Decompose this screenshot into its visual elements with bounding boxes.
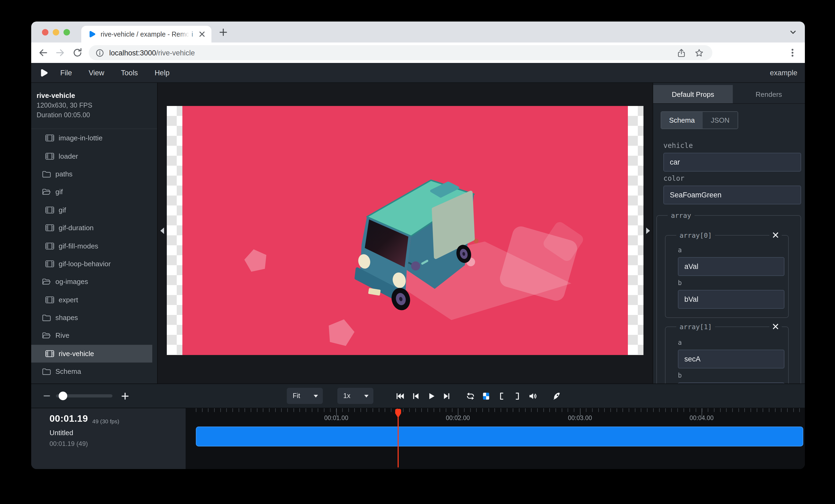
new-tab-button[interactable] bbox=[219, 28, 228, 37]
zoom-slider-knob[interactable] bbox=[59, 392, 67, 400]
sidebar-item-gif-loop-behavior[interactable]: gif-loop-behavior bbox=[31, 255, 157, 273]
composition-label: gif bbox=[59, 206, 66, 214]
sidebar-item-Schema[interactable]: Schema bbox=[31, 362, 157, 381]
array0-a-input[interactable] bbox=[678, 257, 785, 276]
fit-dropdown[interactable]: Fit bbox=[287, 388, 323, 404]
menu-view[interactable]: View bbox=[89, 68, 104, 77]
sidebar-item-gif[interactable]: gif bbox=[31, 183, 157, 201]
share-icon[interactable] bbox=[677, 48, 686, 57]
film-icon bbox=[45, 206, 54, 214]
url-text[interactable]: localhost:3000/rive-vehicle bbox=[109, 49, 677, 57]
reload-button[interactable] bbox=[72, 47, 83, 58]
composition-label: expert bbox=[59, 296, 78, 303]
skip-to-start-button[interactable] bbox=[395, 391, 405, 400]
volume-button[interactable] bbox=[528, 391, 537, 400]
tab-overflow-chevron-icon[interactable] bbox=[789, 28, 797, 36]
decor-pentagon-bottom bbox=[325, 316, 357, 347]
zoom-out-icon[interactable] bbox=[43, 392, 50, 400]
current-frame-display: 49 (30 fps) bbox=[92, 418, 119, 424]
project-duration: Duration 00:05.00 bbox=[37, 110, 152, 120]
tab-close-icon[interactable] bbox=[198, 30, 206, 38]
sidebar-item-gif[interactable]: gif bbox=[31, 201, 157, 219]
composition-label: gif-fill-modes bbox=[59, 242, 98, 250]
transparency-checker-left bbox=[167, 106, 182, 355]
canvas-zoom-control bbox=[43, 384, 129, 408]
remove-array-item-1-icon[interactable] bbox=[769, 322, 782, 331]
back-button[interactable] bbox=[38, 47, 48, 58]
transparency-checkerboard-toggle[interactable] bbox=[482, 391, 491, 400]
transport-controls: Fit 1x bbox=[287, 384, 561, 408]
toggle-json[interactable]: JSON bbox=[702, 112, 738, 129]
decor-pentagon-left bbox=[243, 247, 269, 272]
next-frame-button[interactable] bbox=[442, 391, 451, 400]
site-info-icon[interactable] bbox=[96, 49, 104, 57]
collapse-panel-arrow[interactable] bbox=[646, 228, 650, 234]
address-bar[interactable]: localhost:3000/rive-vehicle bbox=[89, 45, 712, 60]
ruler-time-label: 00:03.00 bbox=[568, 415, 592, 421]
sidebar-item-gif-duration[interactable]: gif-duration bbox=[31, 219, 157, 237]
playback-toolbar: Fit 1x bbox=[31, 383, 805, 408]
color-input[interactable] bbox=[664, 186, 801, 204]
tab-default-props[interactable]: Default Props bbox=[653, 85, 733, 103]
collapse-sidebar-arrow[interactable] bbox=[160, 228, 164, 234]
composition-label: og-images bbox=[56, 278, 88, 286]
toggle-schema[interactable]: Schema bbox=[661, 112, 702, 129]
sidebar-item-gif-fill-modes[interactable]: gif-fill-modes bbox=[31, 237, 157, 255]
composition-label: paths bbox=[56, 170, 73, 178]
zoom-slider[interactable] bbox=[56, 394, 113, 398]
tab-renders[interactable]: Renders bbox=[733, 85, 805, 103]
previous-frame-button[interactable] bbox=[411, 391, 420, 400]
play-button[interactable] bbox=[427, 391, 436, 400]
menu-file[interactable]: File bbox=[60, 68, 72, 77]
vehicle-input[interactable] bbox=[664, 153, 801, 172]
sidebar-item-expert[interactable]: expert bbox=[31, 291, 157, 309]
vehicle-scene bbox=[182, 106, 628, 355]
folder-open-icon bbox=[42, 278, 51, 286]
composition-label: rive-vehicle bbox=[59, 350, 94, 358]
sidebar-item-paths[interactable]: paths bbox=[31, 165, 157, 183]
menu-tools[interactable]: Tools bbox=[121, 68, 138, 77]
minimize-window-button[interactable] bbox=[53, 29, 59, 36]
folder-open-icon bbox=[42, 188, 51, 196]
timeline-track-bar[interactable] bbox=[196, 426, 803, 446]
timeline-content: 00:01.0000:02.0000:03.0000:04.00 bbox=[186, 408, 805, 469]
remove-array-item-0-icon[interactable] bbox=[769, 231, 782, 239]
browser-tab[interactable]: rive-vehicle / example - Remoti bbox=[81, 26, 211, 42]
close-window-button[interactable] bbox=[42, 29, 48, 36]
loop-toggle[interactable] bbox=[466, 391, 475, 400]
composition-label: image-in-lottie bbox=[59, 134, 102, 142]
sidebar-item-Rive[interactable]: Rive bbox=[31, 327, 157, 345]
composition-label: Rive bbox=[56, 332, 69, 340]
track-name[interactable]: Untitled bbox=[49, 429, 73, 437]
sidebar-item-loader[interactable]: loader bbox=[31, 147, 157, 165]
project-info: rive-vehicle 1200x630, 30 FPS Duration 0… bbox=[31, 83, 157, 120]
zoom-in-icon[interactable] bbox=[121, 392, 129, 400]
transparency-checker-right bbox=[628, 106, 644, 355]
timeline-ruler[interactable] bbox=[196, 408, 805, 412]
chevron-down-icon bbox=[314, 395, 318, 397]
project-label: example bbox=[770, 68, 797, 77]
fullscreen-window-button[interactable] bbox=[63, 29, 70, 36]
folder-icon bbox=[42, 368, 51, 376]
forward-button[interactable] bbox=[55, 47, 66, 58]
array1-a-input[interactable] bbox=[678, 350, 785, 369]
sidebar-item-rive-vehicle[interactable]: rive-vehicle bbox=[31, 344, 152, 362]
render-rocket-button[interactable] bbox=[552, 391, 561, 400]
browser-menu-icon[interactable] bbox=[788, 48, 797, 58]
color-label: color bbox=[664, 174, 684, 182]
current-time-display: 00:01.19 bbox=[49, 413, 88, 424]
out-point-bracket-button[interactable] bbox=[513, 391, 522, 400]
sidebar-item-og-images[interactable]: og-images bbox=[31, 273, 157, 291]
composition-label: gif bbox=[56, 188, 63, 196]
menu-help[interactable]: Help bbox=[155, 68, 170, 77]
composition-stage bbox=[167, 106, 644, 355]
playhead-marker[interactable] bbox=[394, 408, 402, 419]
bookmark-star-icon[interactable] bbox=[695, 48, 704, 57]
speed-dropdown[interactable]: 1x bbox=[337, 388, 373, 404]
in-point-bracket-button[interactable] bbox=[497, 391, 506, 400]
sidebar-item-image-in-lottie[interactable]: image-in-lottie bbox=[31, 129, 157, 147]
remotion-favicon-icon bbox=[89, 31, 96, 38]
array0-b-input[interactable] bbox=[678, 290, 785, 309]
sidebar-item-shapes[interactable]: shapes bbox=[31, 309, 157, 327]
remotion-studio: File View Tools Help example rive-vehicl… bbox=[31, 63, 805, 469]
